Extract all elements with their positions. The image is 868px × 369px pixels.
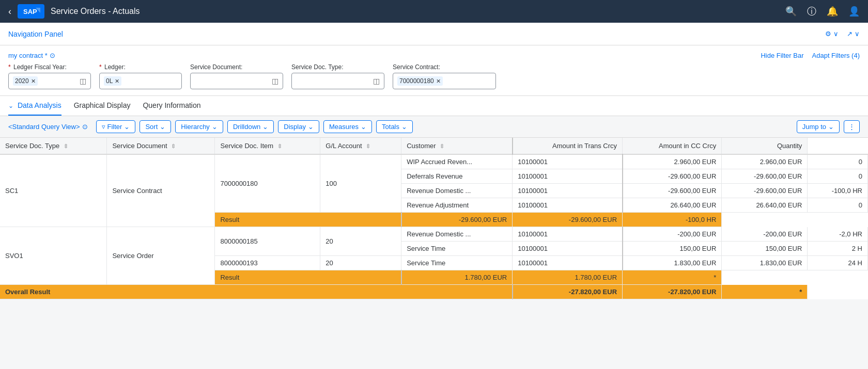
filter-fields: * Ledger Fiscal Year: 2020 ✕ ◫ * Ledger:…	[8, 63, 860, 89]
sort-icon-gl[interactable]: ⇳	[366, 143, 370, 150]
filter-bar: my contract * ⊙ Hide Filter Bar Adapt Fi…	[0, 45, 868, 96]
more-options-icon: ⋮	[848, 123, 855, 131]
chevron-down-icon: ∨	[833, 30, 839, 38]
ledger-input[interactable]: 0L ✕	[99, 73, 182, 89]
search-icon[interactable]: 🔍	[785, 6, 797, 17]
tab-data-analysis[interactable]: ⌄ Data Analysis	[8, 96, 61, 116]
sort-icon-service-doc[interactable]: ⇳	[171, 143, 176, 150]
toolbar: <Standard Query View> ⊙ ▿ Filter ⌄ Sort …	[0, 116, 868, 138]
ledger-field: * Ledger: 0L ✕	[99, 63, 182, 89]
ledger-label: * Ledger:	[99, 63, 182, 71]
svg-text:SAP: SAP	[23, 8, 37, 15]
service-contract-tag: 7000000180 ✕	[397, 76, 443, 86]
hierarchy-button[interactable]: Hierarchy ⌄	[175, 120, 223, 133]
jump-to-button[interactable]: Jump to ⌄	[797, 120, 840, 133]
filter-variant-icon: ⊙	[50, 52, 55, 59]
service-document-field: Service Document: ◫	[190, 63, 283, 89]
table-header-row: Service Doc. Type ⇳ Service Document ⇳ S…	[0, 138, 868, 154]
settings-icon: ⚙	[825, 30, 831, 38]
ledger-tag-remove[interactable]: ✕	[115, 78, 119, 85]
data-table-container: Service Doc. Type ⇳ Service Document ⇳ S…	[0, 138, 868, 299]
filter-icon: ▿	[102, 123, 105, 131]
fiscal-year-tag: 2020 ✕	[13, 76, 38, 86]
more-options-button[interactable]: ⋮	[844, 120, 860, 133]
fiscal-year-tag-remove[interactable]: ✕	[31, 78, 36, 85]
col-quantity: Quantity	[722, 138, 808, 154]
tabs-bar: ⌄ Data Analysis Graphical Display Query …	[0, 96, 868, 116]
display-chevron-icon: ⌄	[308, 123, 314, 131]
export-icon: ↗	[847, 30, 853, 38]
header-icons: 🔍 ⓘ 🔔 👤	[785, 5, 860, 18]
service-doc-type-expand-icon[interactable]: ◫	[373, 77, 380, 85]
back-button[interactable]: ‹	[8, 6, 11, 17]
tab-query-information[interactable]: Query Information	[143, 96, 200, 116]
page-title: Service Orders - Actuals	[51, 7, 785, 16]
service-contract-tag-remove[interactable]: ✕	[436, 78, 441, 85]
filter-bar-top: my contract * ⊙ Hide Filter Bar Adapt Fi…	[8, 52, 860, 59]
nav-panel: Navigation Panel ⚙ ∨ ↗ ∨	[0, 23, 868, 45]
col-service-doc-item: Service Doc. Item ⇳	[215, 138, 320, 154]
service-doc-type-input[interactable]: ◫	[291, 73, 384, 89]
sort-icon-service-item[interactable]: ⇳	[277, 143, 282, 150]
service-doc-type-label: Service Doc. Type:	[291, 63, 384, 71]
query-view-selector[interactable]: <Standard Query View> ⊙	[8, 123, 88, 131]
col-customer: Customer ⇳	[401, 138, 513, 154]
tab-chevron-icon: ⌄	[8, 102, 13, 109]
sap-logo: SAP	[18, 4, 44, 19]
bell-icon[interactable]: 🔔	[827, 6, 838, 17]
help-icon[interactable]: ⓘ	[807, 5, 816, 18]
col-amount-trans: Amount in Trans Crcy	[513, 138, 623, 154]
sort-icon-customer[interactable]: ⇳	[440, 143, 444, 150]
hierarchy-chevron-icon: ⌄	[212, 123, 218, 131]
drilldown-chevron-icon: ⌄	[262, 123, 268, 131]
totals-button[interactable]: Totals ⌄	[376, 120, 413, 133]
filter-button[interactable]: ▿ Filter ⌄	[96, 120, 136, 133]
fiscal-year-field: * Ledger Fiscal Year: 2020 ✕ ◫	[8, 63, 91, 89]
service-contract-label: Service Contract:	[393, 63, 496, 71]
col-amount-cc: Amount in CC Crcy	[623, 138, 722, 154]
filter-bar-actions: Hide Filter Bar Adapt Filters (4)	[761, 52, 860, 59]
hide-filter-button[interactable]: Hide Filter Bar	[761, 52, 803, 59]
ledger-tag: 0L ✕	[104, 76, 121, 86]
service-contract-field: Service Contract: 7000000180 ✕	[393, 63, 496, 89]
service-document-input[interactable]: ◫	[190, 73, 283, 89]
filter-variant[interactable]: my contract * ⊙	[8, 52, 55, 59]
totals-chevron-icon: ⌄	[401, 123, 407, 131]
filter-chevron-icon: ⌄	[124, 123, 130, 131]
col-service-document: Service Document ⇳	[107, 138, 215, 154]
nav-panel-actions: ⚙ ∨ ↗ ∨	[825, 30, 860, 38]
filter-variant-label: my contract *	[8, 52, 48, 59]
drilldown-button[interactable]: Drilldown ⌄	[227, 120, 274, 133]
measures-chevron-icon: ⌄	[361, 123, 366, 131]
measures-button[interactable]: Measures ⌄	[323, 120, 372, 133]
table-row: Overall Result-27.820,00 EUR-27.820,00 E…	[0, 285, 868, 299]
export-chevron-icon: ∨	[855, 30, 860, 38]
service-contract-input[interactable]: 7000000180 ✕	[393, 73, 496, 89]
fiscal-year-input[interactable]: 2020 ✕ ◫	[8, 73, 91, 89]
adapt-filters-button[interactable]: Adapt Filters (4)	[812, 52, 860, 59]
service-doc-type-field: Service Doc. Type: ◫	[291, 63, 384, 89]
required-star: *	[8, 63, 11, 71]
table-row: SC1Service Contract7000000180100WIP Accr…	[0, 154, 868, 169]
col-gl-account: G/L Account ⇳	[320, 138, 401, 154]
service-document-label: Service Document:	[190, 63, 283, 71]
export-button[interactable]: ↗ ∨	[847, 30, 860, 38]
service-document-expand-icon[interactable]: ◫	[272, 77, 278, 85]
user-icon[interactable]: 👤	[848, 6, 860, 17]
nav-panel-link[interactable]: Navigation Panel	[8, 30, 63, 38]
col-service-doc-type: Service Doc. Type ⇳	[0, 138, 107, 154]
sort-icon-doc-type[interactable]: ⇳	[64, 143, 68, 150]
fiscal-year-expand-icon[interactable]: ◫	[80, 77, 86, 85]
app-header: ‹ SAP Service Orders - Actuals 🔍 ⓘ 🔔 👤	[0, 0, 868, 23]
required-star: *	[99, 63, 102, 71]
settings-button[interactable]: ⚙ ∨	[825, 30, 839, 38]
table-row: SVO1Service Order800000018520Revenue Dom…	[0, 227, 868, 242]
tab-graphical-display[interactable]: Graphical Display	[74, 96, 131, 116]
query-view-icon: ⊙	[82, 123, 88, 131]
query-view-label: <Standard Query View>	[8, 123, 80, 131]
sort-button[interactable]: Sort ⌄	[140, 120, 171, 133]
jump-chevron-icon: ⌄	[828, 123, 834, 131]
table-body: SC1Service Contract7000000180100WIP Accr…	[0, 154, 868, 299]
data-table: Service Doc. Type ⇳ Service Document ⇳ S…	[0, 138, 868, 299]
display-button[interactable]: Display ⌄	[278, 120, 319, 133]
